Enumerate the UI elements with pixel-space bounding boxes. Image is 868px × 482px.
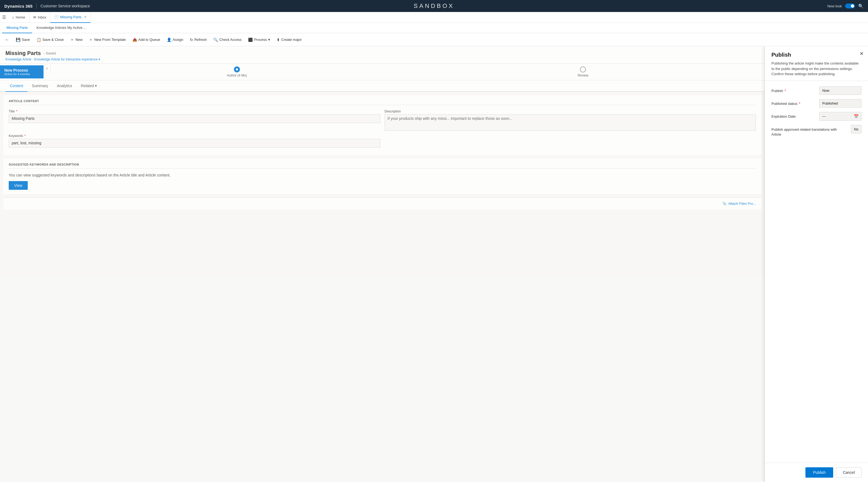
publish-value[interactable]: Now (819, 86, 862, 95)
calendar-icon[interactable]: 📅 (854, 114, 859, 118)
saved-badge: - Saved (43, 51, 56, 55)
breadcrumb-dropdown-icon[interactable]: ▾ (98, 57, 100, 61)
refresh-button[interactable]: ↻ Refresh (187, 36, 210, 44)
add-to-queue-button[interactable]: 📥 Add to Queue (130, 36, 163, 44)
tab-analytics-label: Analytics (57, 84, 72, 88)
check-access-button[interactable]: 🔍 Check Access (211, 36, 244, 44)
new-icon: ＋ (70, 37, 74, 42)
assign-label: Assign (173, 37, 183, 42)
breadcrumb-link-1[interactable]: Knowledge Article (5, 57, 31, 61)
tab-inbox[interactable]: ✉ Inbox (29, 12, 51, 23)
tab-inbox-label: Inbox (38, 15, 46, 19)
refresh-label: Refresh (194, 37, 207, 42)
workspace-label: Customer Service workspace (40, 4, 90, 8)
tab-content[interactable]: Content (5, 80, 28, 92)
document-icon: 📄 (54, 15, 59, 19)
process-label: Process (254, 37, 267, 42)
hamburger-icon[interactable]: ☰ (2, 15, 6, 20)
title-field: Title * Missing Parts (9, 110, 380, 131)
process-chevron-left-button[interactable]: ‹ (43, 64, 51, 73)
publish-field-expiration: Expiration Date --- 📅 (771, 112, 862, 121)
publish-field-publish: Publish * Now (771, 86, 862, 95)
step-circle-author (234, 66, 240, 73)
tab-summary-label: Summary (32, 84, 48, 88)
published-status-required: * (799, 102, 800, 106)
keywords-value[interactable]: part, lost, missing (9, 139, 380, 148)
save-close-button[interactable]: 📋 Save & Close (34, 36, 67, 44)
expiration-date-value[interactable]: --- 📅 (819, 112, 862, 121)
process-label-box[interactable]: New Process Active for 4 months (0, 65, 43, 79)
tab-summary[interactable]: Summary (28, 80, 53, 92)
create-major-label: Create major (281, 37, 302, 42)
tab-home[interactable]: ⌂ Home (8, 12, 29, 23)
description-value[interactable]: If your products ship with any missi... … (384, 114, 756, 131)
process-steps: Author (4 Mo) Review (51, 64, 765, 80)
tab-analytics[interactable]: Analytics (53, 80, 76, 92)
step-label-author: Author (4 Mo) (227, 74, 247, 77)
title-required: * (16, 110, 18, 113)
keywords-required: * (25, 134, 26, 138)
publish-footer: Publish Cancel (765, 463, 868, 482)
tab-content-label: Content (10, 84, 23, 88)
publish-button[interactable]: Publish (805, 467, 833, 478)
published-status-value[interactable]: Published (819, 99, 862, 108)
publish-panel-description: Publishing the article might make the co… (771, 61, 862, 77)
attach-area: 📎 Attach Files Fro... (3, 197, 762, 209)
publish-fields: Publish * Now Published status * Publish… (765, 81, 868, 463)
process-step-author[interactable]: Author (4 Mo) (227, 66, 247, 77)
tab-bar: ☰ ⌂ Home ✉ Inbox 📄 Missing Parts ✕ (0, 12, 868, 23)
publish-label: Publish * (771, 86, 815, 93)
page-header: Missing Parts - Saved Knowledge Article … (0, 46, 765, 64)
top-bar-right: New look 🔍 (828, 3, 864, 9)
article-form-row-1: Title * Missing Parts Description If you… (9, 110, 756, 131)
publish-close-button[interactable]: ✕ (860, 51, 864, 57)
process-button[interactable]: ⬛ Process ▾ (245, 36, 273, 44)
publish-panel: Publish Publishing the article might mak… (765, 46, 868, 482)
process-step-review[interactable]: Review (578, 66, 588, 77)
new-label: New (75, 37, 83, 42)
description-field: Description If your products ship with a… (384, 110, 756, 131)
publish-required: * (784, 89, 786, 93)
publish-panel-title: Publish (771, 52, 862, 58)
process-label-title: New Process (4, 68, 39, 73)
tab-related-label: Related (81, 84, 94, 88)
tab-missing-parts[interactable]: 📄 Missing Parts ✕ (50, 12, 91, 23)
sec-tab-knowledge-articles[interactable]: Knowledge Articles My Active ... (32, 23, 91, 33)
tab-home-label: Home (16, 15, 25, 19)
save-button[interactable]: 💾 Save (13, 36, 33, 44)
back-button[interactable]: ← (2, 36, 12, 44)
title-value[interactable]: Missing Parts (9, 114, 380, 123)
add-to-queue-label: Add to Queue (138, 37, 160, 42)
publish-panel-header: Publish Publishing the article might mak… (765, 46, 868, 81)
article-content-section: ARTICLE CONTENT Title * Missing Parts De… (3, 95, 762, 155)
new-button[interactable]: ＋ New (67, 36, 85, 44)
cancel-button[interactable]: Cancel (836, 467, 862, 478)
tab-close-icon[interactable]: ✕ (84, 15, 87, 19)
sec-tab-knowledge-articles-label: Knowledge Articles My Active ... (36, 26, 87, 30)
inbox-icon: ✉ (33, 15, 36, 19)
expiration-date-label: Expiration Date (771, 112, 815, 119)
template-icon: ＋ (89, 37, 93, 42)
content-tabs: Content Summary Analytics Related ▾ (0, 80, 765, 92)
tab-related[interactable]: Related ▾ (76, 80, 101, 92)
sec-tab-missing-parts-label: Missing Parts (6, 26, 28, 30)
new-look-toggle[interactable] (845, 3, 855, 8)
description-label: Description (384, 110, 756, 113)
new-from-template-label: New From Template (94, 37, 126, 42)
view-button[interactable]: View (9, 181, 28, 190)
new-from-template-button[interactable]: ＋ New From Template (86, 36, 128, 44)
assign-button[interactable]: 👤 Assign (164, 36, 186, 44)
save-icon: 💾 (16, 37, 21, 42)
article-form-row-2: Keywords * part, lost, missing (9, 134, 756, 148)
save-label: Save (22, 37, 30, 42)
translations-value[interactable]: No (851, 125, 862, 134)
search-icon[interactable]: 🔍 (858, 3, 864, 9)
breadcrumb: Knowledge Article · Knowledge Article fo… (5, 57, 759, 61)
attach-link[interactable]: 📎 Attach Files Fro... (722, 201, 756, 206)
create-major-button[interactable]: ⬆ Create major (274, 36, 304, 44)
sandbox-label: SANDBOX (414, 2, 455, 9)
breadcrumb-link-2[interactable]: Knowledge Article for Interactive experi… (34, 57, 97, 61)
queue-icon: 📥 (132, 37, 137, 42)
sec-tab-missing-parts[interactable]: Missing Parts (2, 23, 32, 33)
attach-label: Attach Files Fro... (728, 201, 756, 206)
